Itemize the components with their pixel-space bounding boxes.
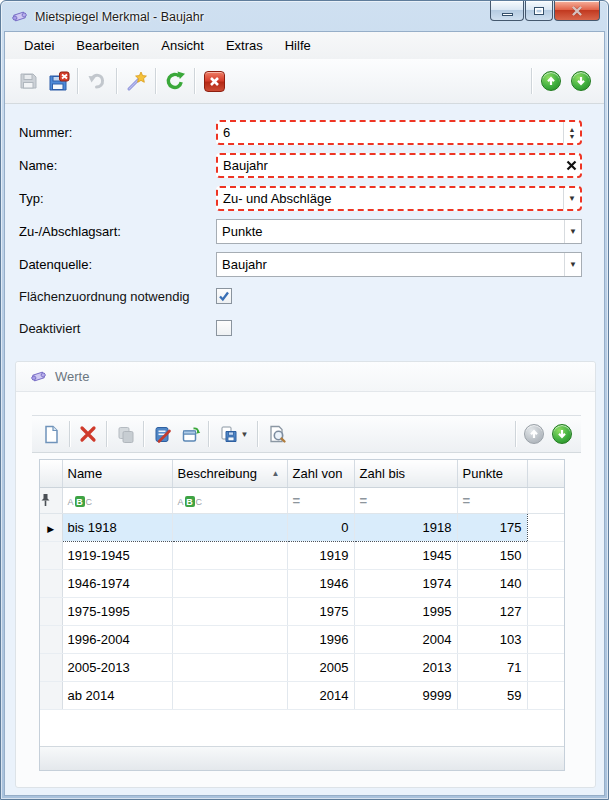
filter-cell-zahl-bis[interactable]: = bbox=[354, 487, 457, 513]
new-row-button[interactable] bbox=[37, 420, 65, 448]
table-row[interactable]: 2005-2013 2005 2013 71 bbox=[40, 653, 564, 681]
cell-zahl-bis[interactable]: 1995 bbox=[354, 597, 457, 625]
move-down-button[interactable] bbox=[566, 66, 596, 96]
minimize-button[interactable] bbox=[490, 1, 524, 21]
cell-punkte[interactable]: 150 bbox=[457, 541, 527, 569]
cell-punkte[interactable]: 175 bbox=[457, 513, 527, 541]
cell-name[interactable]: 2005-2013 bbox=[62, 653, 172, 681]
cell-punkte[interactable]: 59 bbox=[457, 681, 527, 709]
column-header-zahl-bis[interactable]: Zahl bis bbox=[354, 460, 457, 487]
close-button[interactable] bbox=[554, 1, 600, 21]
name-clear-button[interactable] bbox=[563, 155, 580, 176]
typ-value: Zu- und Abschläge bbox=[218, 191, 563, 206]
cell-punkte[interactable]: 127 bbox=[457, 597, 527, 625]
cell-name[interactable]: 1975-1995 bbox=[62, 597, 172, 625]
column-header-punkte[interactable]: Punkte bbox=[457, 460, 527, 487]
menu-hilfe[interactable]: Hilfe bbox=[274, 34, 322, 57]
cell-zahl-von[interactable]: 1919 bbox=[287, 541, 354, 569]
cell-zahl-bis[interactable]: 2004 bbox=[354, 625, 457, 653]
cell-zahl-bis[interactable]: 1945 bbox=[354, 541, 457, 569]
nummer-field[interactable]: 6 ▲▼ bbox=[216, 120, 582, 145]
refresh-button[interactable] bbox=[160, 66, 190, 96]
toolbar-separator bbox=[208, 421, 209, 447]
cell-beschreibung[interactable] bbox=[172, 569, 287, 597]
cell-zahl-bis[interactable]: 1974 bbox=[354, 569, 457, 597]
save-and-close-button[interactable] bbox=[43, 66, 73, 96]
cell-beschreibung[interactable] bbox=[172, 597, 287, 625]
table-row[interactable]: 1946-1974 1946 1974 140 bbox=[40, 569, 564, 597]
nummer-spinner[interactable]: ▲▼ bbox=[563, 122, 580, 143]
filter-cell-name[interactable]: ABC bbox=[62, 487, 172, 513]
column-header-beschreibung[interactable]: Beschreibung▲ bbox=[172, 460, 287, 487]
cell-name[interactable]: 1946-1974 bbox=[62, 569, 172, 597]
chevron-down-icon[interactable]: ▼ bbox=[241, 430, 249, 439]
open-window-button[interactable] bbox=[176, 420, 204, 448]
table-row[interactable]: 1996-2004 1996 2004 103 bbox=[40, 625, 564, 653]
cell-name[interactable]: ab 2014 bbox=[62, 681, 172, 709]
datenquelle-dropdown-button[interactable]: ▼ bbox=[564, 253, 581, 276]
table-row[interactable]: 1919-1945 1919 1945 150 bbox=[40, 541, 564, 569]
cell-beschreibung[interactable] bbox=[172, 513, 287, 541]
menu-extras[interactable]: Extras bbox=[215, 34, 274, 57]
cell-zahl-von[interactable]: 2014 bbox=[287, 681, 354, 709]
cell-name[interactable]: 1996-2004 bbox=[62, 625, 172, 653]
table-row[interactable]: ab 2014 2014 9999 59 bbox=[40, 681, 564, 709]
cell-punkte[interactable]: 140 bbox=[457, 569, 527, 597]
abort-button[interactable] bbox=[199, 66, 229, 96]
typ-dropdown[interactable]: Zu- und Abschläge ▼ bbox=[216, 186, 582, 211]
flaechenzuordnung-checkbox[interactable] bbox=[216, 288, 232, 304]
cell-name[interactable]: bis 1918 bbox=[62, 513, 172, 541]
edit-row-button[interactable] bbox=[148, 420, 176, 448]
table-row[interactable]: ▶ bis 1918 0 1918 175 bbox=[40, 513, 564, 541]
cell-zahl-bis[interactable]: 2013 bbox=[354, 653, 457, 681]
copy-row-button[interactable] bbox=[111, 420, 139, 448]
column-header-name[interactable]: Name bbox=[62, 460, 172, 487]
new-icon bbox=[41, 424, 62, 445]
cell-beschreibung[interactable] bbox=[172, 653, 287, 681]
move-up-button[interactable] bbox=[536, 66, 566, 96]
cell-beschreibung[interactable] bbox=[172, 681, 287, 709]
filter-pin-cell[interactable] bbox=[40, 487, 62, 513]
maximize-button[interactable] bbox=[525, 1, 553, 21]
spin-down-icon[interactable]: ▼ bbox=[569, 133, 576, 140]
cell-zahl-von[interactable]: 1975 bbox=[287, 597, 354, 625]
column-header-zahl-von[interactable]: Zahl von bbox=[287, 460, 354, 487]
menu-ansicht[interactable]: Ansicht bbox=[150, 34, 215, 57]
filter-cell-zahl-von[interactable]: = bbox=[287, 487, 354, 513]
menu-datei[interactable]: Datei bbox=[13, 34, 65, 57]
deaktiviert-checkbox[interactable] bbox=[216, 320, 232, 336]
name-field[interactable]: Baujahr bbox=[216, 153, 582, 178]
cell-name[interactable]: 1919-1945 bbox=[62, 541, 172, 569]
cell-zahl-von[interactable]: 1996 bbox=[287, 625, 354, 653]
cell-beschreibung[interactable] bbox=[172, 541, 287, 569]
row-move-up-icon bbox=[524, 424, 544, 444]
cell-zahl-von[interactable]: 2005 bbox=[287, 653, 354, 681]
save-and-close-icon bbox=[47, 70, 70, 93]
row-move-down-button[interactable] bbox=[548, 420, 576, 448]
undo-button[interactable] bbox=[82, 66, 112, 96]
abschlagsart-dropdown-button[interactable]: ▼ bbox=[564, 220, 581, 243]
filter-cell-beschreibung[interactable]: ABC bbox=[172, 487, 287, 513]
cell-beschreibung[interactable] bbox=[172, 625, 287, 653]
save-menu-button[interactable]: ▼ bbox=[213, 420, 253, 448]
cell-zahl-von[interactable]: 1946 bbox=[287, 569, 354, 597]
row-move-down-icon bbox=[552, 424, 572, 444]
row-move-up-button[interactable] bbox=[520, 420, 548, 448]
filter-cell-punkte[interactable]: = bbox=[457, 487, 527, 513]
spin-up-icon[interactable]: ▲ bbox=[569, 126, 576, 133]
save-button[interactable] bbox=[13, 66, 43, 96]
cell-zahl-bis[interactable]: 9999 bbox=[354, 681, 457, 709]
cell-zahl-bis[interactable]: 1918 bbox=[354, 513, 457, 541]
title-bar[interactable]: Mietspiegel Merkmal - Baujahr bbox=[1, 1, 608, 31]
cell-zahl-von[interactable]: 0 bbox=[287, 513, 354, 541]
preview-button[interactable] bbox=[262, 420, 290, 448]
delete-row-button[interactable] bbox=[74, 420, 102, 448]
datenquelle-dropdown[interactable]: Baujahr ▼ bbox=[216, 252, 582, 277]
typ-dropdown-button[interactable]: ▼ bbox=[563, 188, 580, 209]
abschlagsart-dropdown[interactable]: Punkte ▼ bbox=[216, 219, 582, 244]
menu-bearbeiten[interactable]: Bearbeiten bbox=[65, 34, 150, 57]
cell-punkte[interactable]: 103 bbox=[457, 625, 527, 653]
magic-wand-button[interactable] bbox=[121, 66, 151, 96]
cell-punkte[interactable]: 71 bbox=[457, 653, 527, 681]
table-row[interactable]: 1975-1995 1975 1995 127 bbox=[40, 597, 564, 625]
